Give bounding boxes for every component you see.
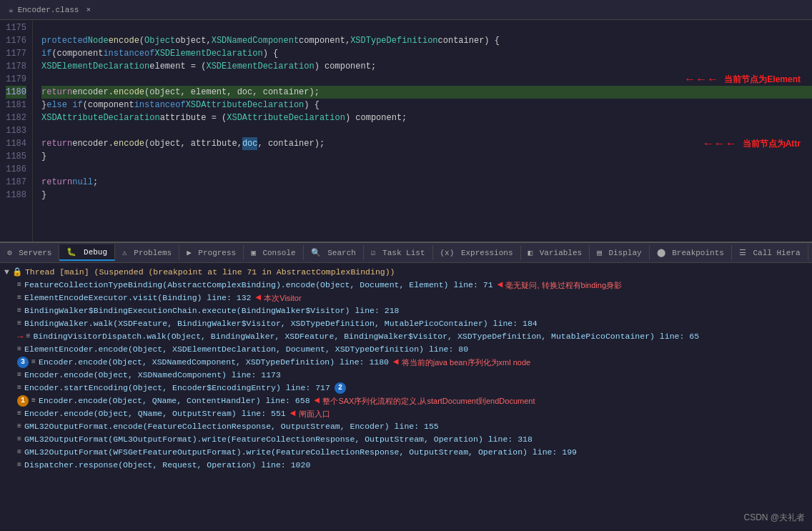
annotation-arrow: ←←←当前节点为Element (684, 73, 803, 86)
stack-frame-item[interactable]: 3≡ Encoder.encode(Object, XSDNamedCompon… (0, 356, 812, 369)
tab-label: Search (327, 249, 356, 257)
annotation-arrow-icon: ◄ (497, 279, 503, 292)
thread-text: Thread [main] (Suspended (breakpoint at … (25, 266, 395, 279)
stack-frame-text: Encoder.encode(Object, XSDNamedComponent… (39, 356, 389, 369)
tab-icon: ⚙ (7, 249, 16, 257)
annotation-arrow-icon: ←←← (684, 73, 718, 86)
annotation-arrow-icon: ◄ (315, 394, 320, 407)
annotation-label: 毫无疑问, 转换过程有binding身影 (505, 279, 622, 292)
code-line: return encoder.encode(object, element, d… (41, 86, 812, 99)
code-line (41, 163, 812, 176)
stack-frame-icon: ≡ (17, 407, 21, 420)
stack-frame-item[interactable]: ≡ Dispatcher.response(Object, Request, O… (0, 459, 812, 472)
stack-frame-text: GML32OutputFormat.encode(FeatureCollecti… (24, 420, 439, 433)
debug-tab-progress[interactable]: ▶ Progress (179, 245, 244, 260)
tab-icon: 🐛 (66, 248, 81, 257)
code-line: } (41, 150, 812, 163)
stack-frame-item[interactable]: ≡ GML32OutputFormat.encode(FeatureCollec… (0, 420, 812, 433)
tab-label: Servers (19, 249, 51, 257)
tab-label: Breakpoints (672, 249, 724, 257)
stack-frame-item[interactable]: ≡ Encoder.encode(Object, XSDNamedCompone… (0, 369, 812, 382)
stack-frame-icon: ≡ (31, 356, 36, 369)
debug-tab-problems[interactable]: ⚠ Problems (115, 245, 179, 260)
stack-frame-text: Encoder.startEncoding(Object, Encoder$En… (24, 382, 330, 394)
stack-frame-item[interactable]: ≡ GML32OutputFormat(WFSGetFeatureOutputF… (0, 446, 812, 459)
stack-frame-text: Encoder.encode(Object, QName, ContentHan… (39, 394, 310, 407)
code-line: } else if (component instanceof XSDAttri… (41, 99, 812, 111)
stack-frame-item[interactable]: ▼ 🔒 Thread [main] (Suspended (breakpoint… (0, 266, 812, 279)
frame-arrow-indicator: → (17, 330, 23, 343)
stack-frame-item[interactable]: ≡ ElementEncodeExecutor.visit(Binding) l… (0, 292, 812, 304)
debug-tab-breakpoints[interactable]: ⬤ Breakpoints (650, 245, 732, 260)
stack-frame-text: BindingWalker$BindingExecutionChain.exec… (24, 304, 400, 317)
tab-icon: (x) (440, 249, 459, 257)
stack-frame-text: GML32OutputFormat(WFSGetFeatureOutputFor… (24, 446, 577, 459)
tab-icon: ⬤ (657, 249, 670, 257)
stack-frame-icon: ≡ (17, 343, 21, 356)
annotation-label: 将当前的java bean序列化为xml node (402, 356, 530, 369)
tab-close-icon[interactable]: × (86, 6, 91, 14)
tab-icon: ▣ (251, 249, 260, 257)
annotation-arrow: ←←←当前节点为Attr (703, 137, 803, 150)
tab-label: Problems (134, 249, 172, 257)
debug-tab-variables[interactable]: ◧ Variables (521, 245, 590, 260)
debug-tab-servers[interactable]: ⚙ Servers (0, 245, 59, 260)
code-line: XSDElementDeclaration element = (XSDElem… (41, 60, 812, 73)
tab-label: Console (262, 249, 295, 257)
stack-frame-item[interactable]: ≡ FeatureCollectionTypeBinding(AbstractC… (0, 279, 812, 292)
tab-icon: 🔍 (311, 249, 326, 257)
tab-label: Progress (198, 249, 236, 257)
stack-frame-icon: ≡ (17, 420, 21, 433)
tab-icon: ☑ (371, 249, 380, 257)
stack-frame-item[interactable]: ≡ BindingWalker.walk(XSDFeature, Binding… (0, 317, 812, 330)
tab-label: Display (608, 249, 641, 257)
tab-label: Call Hiera (753, 249, 800, 257)
annotation-label: 整个SAX序列化流程的定义,从startDocument到endDocument (322, 394, 535, 407)
stack-frame-item[interactable]: 1≡ Encoder.encode(Object, QName, Content… (0, 394, 812, 407)
code-container: 1175117611771178117911801181118211831184… (0, 20, 812, 243)
annotation-arrow-icon: ◄ (290, 407, 296, 420)
debug-panel: ⚙ Servers🐛 Debug⚠ Problems▶ Progress▣ Co… (0, 243, 812, 531)
debug-tab-bar: ⚙ Servers🐛 Debug⚠ Problems▶ Progress▣ Co… (0, 243, 812, 263)
debug-tab-call-hiera[interactable]: ☰ Call Hiera (732, 245, 808, 260)
stack-frame-item[interactable]: ≡ Encoder.startEncoding(Object, Encoder$… (0, 382, 812, 394)
editor-panel: ☕ Encoder.class × 1175117611771178117911… (0, 0, 812, 243)
code-line (41, 21, 812, 34)
stack-frame-icon: ≡ (17, 433, 21, 446)
code-content: protected Node encode(Object object, XSD… (33, 20, 812, 243)
stack-frame-text: FeatureCollectionTypeBinding(AbstractCom… (24, 279, 493, 292)
tab-label: Expressions (461, 249, 513, 257)
annotation-text: 当前节点为Element (721, 73, 803, 86)
debug-tab-search[interactable]: 🔍 Search (304, 245, 364, 260)
debug-tab-expressions[interactable]: (x) Expressions (433, 246, 521, 260)
annotation-text: 当前节点为Attr (740, 137, 803, 150)
debug-tab-debug[interactable]: 🐛 Debug (59, 244, 115, 261)
stack-frame-text: ElementEncoder.encode(Object, XSDElement… (24, 343, 468, 356)
code-line: return null; (41, 176, 812, 189)
java-icon: ☕ (9, 5, 14, 14)
stack-frame-text: ElementEncodeExecutor.visit(Binding) lin… (24, 292, 251, 304)
stack-frame-icon: ≡ (26, 330, 30, 343)
stack-frame-item[interactable]: → ≡ BindingVisitorDispatch.walk(Object, … (0, 330, 812, 343)
tab-icon: ◧ (528, 249, 538, 257)
debug-tab-console[interactable]: ▣ Console (244, 245, 303, 260)
code-line: } (41, 189, 812, 202)
collapse-icon: ▼ (4, 266, 9, 279)
stack-frame-item[interactable]: ≡ Encoder.encode(Object, QName, OutputSt… (0, 407, 812, 420)
stack-frame-item[interactable]: ≡ BindingWalker$BindingExecutionChain.ex… (0, 304, 812, 317)
stack-frame-text: BindingVisitorDispatch.walk(Object, Bind… (33, 330, 699, 343)
tab-label: Variables (540, 249, 582, 257)
stack-frame-text: BindingWalker.walk(XSDFeature, BindingWa… (24, 317, 538, 330)
stack-frame-text: Encoder.encode(Object, XSDNamedComponent… (24, 369, 281, 382)
code-line: return encoder.encode(object, attribute,… (41, 137, 812, 150)
code-line: ←←←当前节点为Element (41, 73, 812, 86)
debug-tab-display[interactable]: ▤ Display (590, 245, 649, 260)
tab-icon: ▤ (597, 249, 606, 257)
stack-frame-item[interactable]: ≡ ElementEncoder.encode(Object, XSDEleme… (0, 343, 812, 356)
stack-frame-icon: ≡ (17, 304, 21, 317)
tab-label: Debug (84, 248, 107, 257)
stack-frame-item[interactable]: ≡ GML32OutputFormat(GML3OutputFormat).wr… (0, 433, 812, 446)
editor-tab[interactable]: ☕ Encoder.class × (0, 0, 812, 20)
debug-tab-task-list[interactable]: ☑ Task List (364, 245, 433, 260)
stack-frame-icon: ≡ (17, 446, 21, 459)
